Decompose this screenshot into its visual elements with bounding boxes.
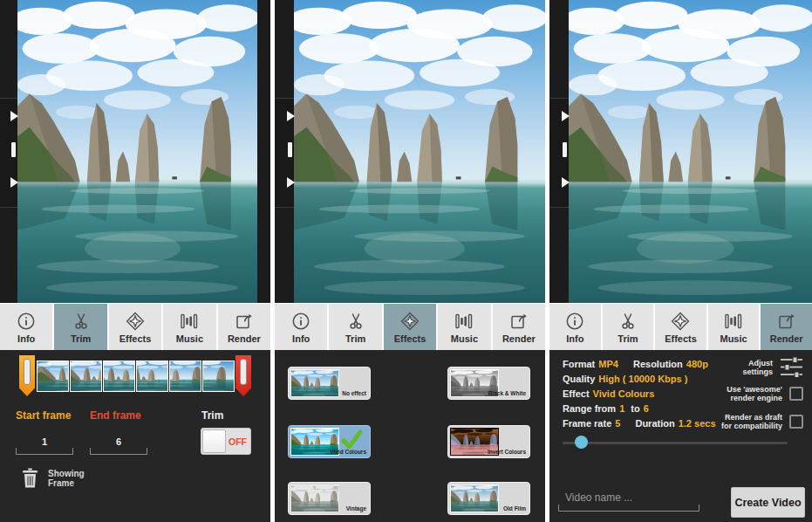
filmstrip-frame[interactable] [103, 361, 135, 392]
frame-marker-icon[interactable] [288, 142, 292, 157]
frame-nav-overlay[interactable] [549, 98, 569, 208]
sparkle-icon [670, 310, 691, 333]
sliders-icon [780, 355, 803, 379]
effect-thumbnail [290, 484, 339, 512]
toggle-state-text: OFF [225, 429, 250, 454]
export-icon [776, 310, 797, 333]
render-progress-slider-thumb[interactable] [575, 436, 588, 449]
end-frame-label: End frame [90, 410, 141, 422]
trash-icon [22, 468, 38, 488]
tab-effects[interactable]: Effects [384, 304, 436, 350]
video-preview-area [549, 0, 812, 303]
effect-card-invert-colours[interactable]: Invert Colours [447, 425, 530, 458]
prev-frame-arrow-icon[interactable] [562, 111, 570, 121]
delete-frame-button[interactable]: Showing Frame [22, 468, 85, 488]
quality-line: QualityHigh ( 10000 Kbps ) [563, 374, 687, 384]
frame-preview-photo [569, 0, 812, 303]
render-progress-slider-track[interactable] [563, 442, 788, 444]
tab-render[interactable]: Render [493, 304, 545, 350]
info-icon [564, 310, 585, 333]
toggle-thumb[interactable] [202, 429, 226, 453]
tab-music[interactable]: Music [708, 304, 760, 350]
scissors-icon [71, 310, 92, 333]
render-panel-content: FormatMP4 Resolution480p QualityHigh ( 1… [549, 350, 812, 522]
filmstrip-frame[interactable] [169, 361, 201, 392]
render-draft-checkbox[interactable] [789, 415, 803, 429]
tab-render[interactable]: Render [761, 304, 812, 350]
video-name-input[interactable] [558, 484, 699, 513]
framerate-duration-line: Frame rate5 Duration1.2 secs [563, 418, 716, 429]
frame-marker-icon[interactable] [11, 142, 16, 157]
filmstrip-frame[interactable] [37, 361, 69, 392]
export-icon [508, 310, 529, 333]
range-line: Range from1 to6 [563, 403, 649, 414]
effects-panel-content: No effect [275, 350, 545, 522]
next-frame-arrow-icon[interactable] [10, 177, 18, 188]
scissors-icon [345, 310, 366, 333]
scissors-icon [618, 310, 638, 333]
bottom-toolbar: Info Trim Effects Music [549, 303, 812, 350]
tab-effects[interactable]: Effects [655, 304, 706, 350]
create-video-button[interactable]: Create Video [731, 487, 805, 518]
prev-frame-arrow-icon[interactable] [287, 111, 295, 121]
trim-toggle-label: Trim [201, 410, 223, 422]
trim-toggle[interactable]: OFF [201, 428, 251, 455]
tab-trim[interactable]: Trim [54, 304, 106, 350]
adjust-settings-button[interactable]: Adjustsettings [742, 355, 803, 379]
tab-trim[interactable]: Trim [603, 304, 654, 350]
effect-card-vintage[interactable]: Vintage [288, 482, 371, 515]
trim-panel-content: Start frame End frame Trim 1 6 OFF Showi… [0, 350, 270, 522]
tab-trim[interactable]: Trim [329, 304, 381, 350]
filmstrip-frame[interactable] [136, 361, 168, 392]
bottom-toolbar: Info Trim Effects Music [275, 303, 545, 350]
effect-card-no-effect[interactable]: No effect [288, 367, 371, 400]
tab-info[interactable]: Info [549, 304, 601, 350]
info-icon [16, 310, 37, 333]
app-screenshots: Info Trim Effects Music [0, 0, 812, 522]
checkmark-icon [340, 428, 364, 451]
frame-preview-photo [17, 0, 257, 303]
prev-frame-arrow-icon[interactable] [10, 111, 18, 121]
effect-thumbnail [450, 484, 499, 512]
next-frame-arrow-icon[interactable] [562, 177, 570, 188]
awesome-engine-option: Use 'awesome'render engine [727, 385, 803, 402]
screen-effects: Info Trim Effects Music [275, 0, 545, 522]
effect-thumbnail [290, 369, 339, 397]
video-preview-area [275, 0, 545, 303]
bottom-toolbar: Info Trim Effects Music [0, 303, 270, 350]
sparkle-icon [125, 310, 146, 333]
tab-effects[interactable]: Effects [109, 304, 161, 350]
effect-card-old-film[interactable]: Old Film [447, 482, 530, 515]
tab-info[interactable]: Info [275, 304, 327, 350]
end-frame-field[interactable]: 6 [90, 432, 147, 455]
next-frame-arrow-icon[interactable] [287, 177, 295, 188]
filmstrip-frame[interactable] [202, 361, 235, 392]
effect-card-vivid-colours[interactable]: Vivid Colours [288, 425, 371, 458]
format-resolution-line: FormatMP4 Resolution480p [563, 359, 708, 369]
equalizer-icon [454, 310, 474, 333]
frame-preview-photo [294, 0, 545, 303]
frame-nav-overlay[interactable] [275, 98, 294, 208]
trim-start-handle[interactable] [19, 355, 35, 396]
video-preview-area [0, 0, 270, 303]
frame-marker-icon[interactable] [563, 142, 567, 157]
equalizer-icon [179, 310, 200, 333]
tab-music[interactable]: Music [163, 304, 215, 350]
awesome-engine-checkbox[interactable] [789, 387, 803, 401]
tab-music[interactable]: Music [438, 304, 490, 350]
start-frame-field[interactable]: 1 [16, 432, 73, 455]
tab-render[interactable]: Render [218, 304, 270, 350]
screen-render: Info Trim Effects Music [549, 0, 812, 522]
sparkle-icon [399, 310, 420, 333]
screen-trim: Info Trim Effects Music [0, 0, 270, 522]
trim-end-handle[interactable] [235, 355, 251, 396]
video-name-field-wrap [558, 484, 699, 513]
effect-card-black-white[interactable]: Black & White [447, 367, 530, 400]
tab-info[interactable]: Info [0, 304, 52, 350]
start-frame-label: Start frame [16, 410, 71, 422]
frame-nav-overlay[interactable] [0, 98, 17, 208]
filmstrip-frame[interactable] [70, 361, 102, 392]
export-icon [234, 310, 255, 333]
showing-frame-label: Showing Frame [48, 469, 85, 488]
equalizer-icon [723, 310, 744, 333]
